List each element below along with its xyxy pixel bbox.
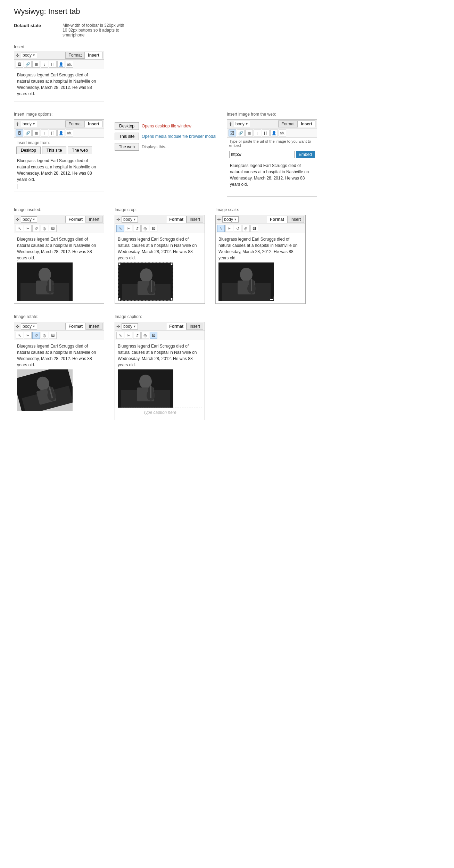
crop-icon-scale[interactable]: ✂ [225,225,233,232]
tab-insert-crop[interactable]: Insert [187,216,203,223]
crop-icon-rotate[interactable]: ✂ [24,332,32,339]
tab-format-default[interactable]: Format [65,52,85,59]
tab-insert-caption[interactable]: Insert [187,323,203,330]
this-site-btn-inner[interactable]: This site [42,147,66,154]
body-dropdown-inserted[interactable]: body ▼ [21,216,37,223]
tab-insert-web[interactable]: Insert [298,120,315,127]
desktop-btn[interactable]: Desktop [115,122,139,130]
tab-insert-rotate[interactable]: Insert [86,323,102,330]
editor-panel-caption: ✛ body ▼ Format Insert ⤡ ✂ ↺ ◎ 🖼 Bluegra… [115,322,205,420]
image-rotate-label: Image rotate: [14,314,104,319]
img2-icon-inserted[interactable]: 🖼 [49,225,57,232]
tab-group-web: Format Insert [278,120,315,127]
resize-icon-caption[interactable]: ⤡ [116,332,124,339]
down-icon-img-opts[interactable]: ↓ [41,130,48,136]
bracket-icon-img-opts[interactable]: [ ] [49,130,57,136]
table-icon-web[interactable]: ▦ [245,130,253,136]
body-dropdown-rotate[interactable]: body ▼ [21,323,37,329]
text-icon-web[interactable]: ab. [279,130,286,136]
tab-insert-default[interactable]: Insert [85,52,102,59]
body-dropdown-crop[interactable]: body ▼ [122,216,138,223]
editor-panel-image-options: ✛ body ▼ Format Insert 🖼 🔗 ▦ ↓ [ ] 👤 ab. [14,119,104,192]
filter-icon-crop[interactable]: ◎ [141,225,149,232]
rotate-icon-rotate[interactable]: ↺ [32,332,40,339]
image-caption-col: Image caption: ✛ body ▼ Format Insert ⤡ … [115,314,205,420]
editor-content-inserted: Bluegrass legend Earl Scruggs died of na… [14,233,104,303]
crop-handle-tr[interactable] [171,263,173,265]
img2-icon-caption[interactable]: 🖼 [150,332,157,339]
rotate-icon-scale[interactable]: ↺ [234,225,241,232]
scale-handle[interactable] [270,297,273,300]
body-dropdown-default[interactable]: body ▼ [21,52,37,58]
embed-url-input[interactable] [229,151,295,158]
down-icon-default[interactable]: ↓ [41,61,48,68]
move-icon-inserted: ✛ [16,217,19,222]
tab-format-scale[interactable]: Format [267,216,287,223]
rotate-icon-crop[interactable]: ↺ [133,225,141,232]
table-icon-default[interactable]: ▦ [32,61,40,68]
tab-insert-scale[interactable]: Insert [287,216,304,223]
filter-icon-inserted[interactable]: ◎ [41,225,48,232]
tab-group-crop: Format Insert [166,216,203,223]
person-icon-img-opts[interactable]: 👤 [57,130,65,136]
resize-icon-crop[interactable]: ⤡ [116,225,124,232]
desktop-desc: Opens desktop file window [142,124,191,128]
down-icon-web[interactable]: ↓ [254,130,261,136]
link-icon-web[interactable]: 🔗 [237,130,245,136]
filter-icon-scale[interactable]: ◎ [242,225,250,232]
body-dropdown-img-opts[interactable]: body ▼ [21,121,37,127]
the-web-btn[interactable]: The web [115,143,139,151]
image-icon-web[interactable]: 🖼 [229,130,236,136]
bracket-icon-web[interactable]: [ ] [262,130,270,136]
text-icon-img-opts[interactable]: ab. [66,130,73,136]
this-site-btn[interactable]: This site [115,133,139,140]
editor-content-scale: Bluegrass legend Earl Scruggs died of na… [216,233,305,303]
person-icon-default[interactable]: 👤 [57,61,65,68]
resize-icon-inserted[interactable]: ⤡ [16,225,23,232]
body-dropdown-web[interactable]: body ▼ [234,121,250,127]
img2-icon-rotate[interactable]: 🖼 [49,332,57,339]
img2-icon-scale[interactable]: 🖼 [250,225,258,232]
embed-button[interactable]: Embed [296,151,315,158]
insert-label: Insert [14,44,440,49]
filter-icon-caption[interactable]: ◎ [141,332,149,339]
editor-panel-inserted: ✛ body ▼ Format Insert ⤡ ✂ ↺ ◎ 🖼 Bluegra… [14,215,104,304]
editor-content-caption: Bluegrass legend Earl Scruggs died of na… [115,340,205,420]
tab-insert-inserted[interactable]: Insert [86,216,102,223]
body-label-default: body [23,53,32,58]
tab-format-img-opts[interactable]: Format [65,120,85,127]
tab-format-caption[interactable]: Format [166,323,187,330]
table-icon-img-opts[interactable]: ▦ [32,130,40,136]
resize-icon-scale[interactable]: ⤡ [217,225,225,232]
rotate-icon-inserted[interactable]: ↺ [32,225,40,232]
tab-insert-img-opts[interactable]: Insert [85,120,102,127]
crop-handle-tl[interactable] [118,263,121,265]
tab-format-rotate[interactable]: Format [65,323,86,330]
tab-format-crop[interactable]: Format [166,216,187,223]
tab-format-web[interactable]: Format [278,120,298,127]
resize-icon-rotate[interactable]: ⤡ [16,332,23,339]
person-image-rotate-container [17,369,73,411]
person-icon-web[interactable]: 👤 [270,130,278,136]
caption-placeholder[interactable]: Type caption here [118,408,202,417]
crop-icon-crop[interactable]: ✂ [125,225,132,232]
text-icon-default[interactable]: ab. [66,61,73,68]
crop-icon-inserted[interactable]: ✂ [24,225,32,232]
bracket-icon-default[interactable]: [ ] [49,61,57,68]
rotate-icon-caption[interactable]: ↺ [133,332,141,339]
crop-handle-br[interactable] [171,298,173,300]
link-icon-img-opts[interactable]: 🔗 [24,130,32,136]
image-icon-img-opts[interactable]: 🖼 [16,130,23,136]
img2-icon-crop[interactable]: 🖼 [150,225,157,232]
the-web-btn-inner[interactable]: The web [68,147,92,154]
editor-text-rotate: Bluegrass legend Earl Scruggs died of na… [17,343,101,368]
crop-handle-bl[interactable] [118,298,121,300]
body-dropdown-caption[interactable]: body ▼ [122,323,138,329]
desktop-btn-inner[interactable]: Desktop [16,147,41,154]
tab-format-inserted[interactable]: Format [65,216,86,223]
body-dropdown-scale[interactable]: body ▼ [222,216,239,223]
image-icon-default[interactable]: 🖼 [16,61,23,68]
link-icon-default[interactable]: 🔗 [24,61,32,68]
filter-icon-rotate[interactable]: ◎ [41,332,48,339]
crop-icon-caption[interactable]: ✂ [125,332,132,339]
